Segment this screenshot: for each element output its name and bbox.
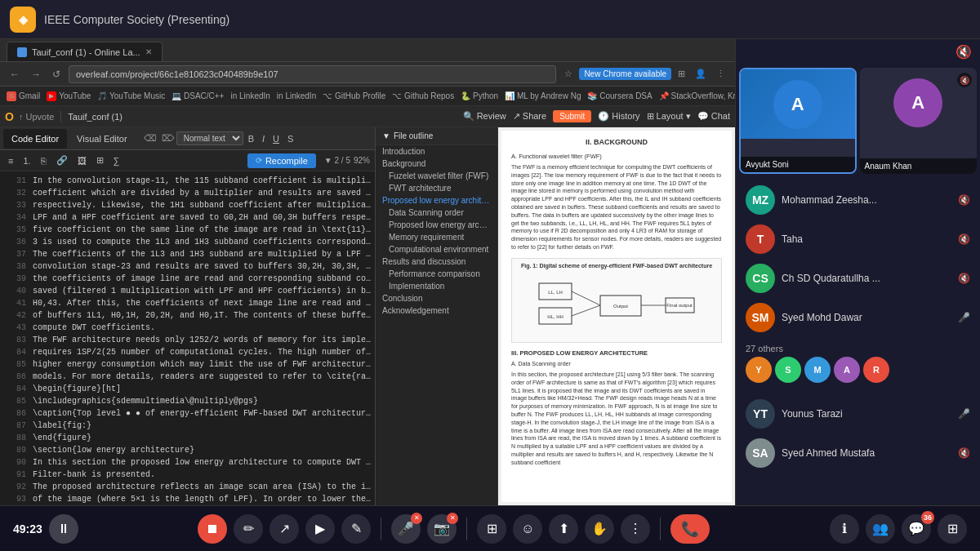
undo-btn[interactable]: ⌫: [144, 133, 157, 144]
review-btn[interactable]: 🔍 Review: [463, 111, 506, 122]
reactions-button[interactable]: ⬆: [549, 514, 578, 544]
outline-item[interactable]: Memory requirement: [376, 231, 497, 243]
layout-btn[interactable]: ⊞ Layout ▾: [647, 111, 691, 122]
share-screen-button[interactable]: ⊞: [477, 514, 506, 544]
info-button[interactable]: ℹ: [830, 514, 859, 544]
qudar-mic: 🔇: [958, 273, 970, 284]
outline-item[interactable]: Proposed low energy architecture: [376, 219, 497, 231]
mute-button[interactable]: 🎤 ✕: [391, 514, 421, 544]
back-button[interactable]: ←: [7, 67, 23, 82]
others-grid: Y S M A R: [746, 357, 970, 383]
outline-item[interactable]: Computational environment: [376, 243, 497, 256]
ref-btn[interactable]: ⎘: [38, 154, 50, 167]
document-panel: II. BACKGROUND A. Functional wavelet fil…: [498, 127, 735, 505]
stop-button[interactable]: ⏹: [198, 514, 227, 544]
bookmark-linkedin1[interactable]: in LinkedIn: [230, 91, 270, 100]
bookmark-dsac[interactable]: 💻 DSAC/C++: [172, 91, 224, 100]
math-btn[interactable]: ∑: [110, 154, 123, 167]
outline-item[interactable]: Introduction: [376, 145, 497, 158]
bookmark-github-profile[interactable]: ⌥ GitHub Profile: [323, 91, 385, 100]
submit-btn[interactable]: Submit: [553, 110, 591, 122]
recompile-btn[interactable]: ⟳ Recompile: [247, 153, 316, 168]
new-chrome-available[interactable]: New Chrome available: [579, 68, 671, 80]
code-line: 31In the convolution stage-11, the 115 s…: [0, 175, 375, 187]
more-button[interactable]: ⋮: [621, 514, 650, 544]
bookmark-python[interactable]: 🐍 Python: [461, 91, 498, 100]
outline-item[interactable]: Results and discussion: [376, 256, 497, 268]
list-item-younus: YT Younus Tarazi 🎤: [739, 394, 977, 433]
bold-btn[interactable]: B: [245, 132, 257, 145]
anaum-mic-icon: 🔇: [957, 73, 972, 87]
active-tab[interactable]: Tauif_conf (1) - Online La... ✕: [7, 42, 163, 61]
separator-3: [660, 518, 661, 540]
pointer-button[interactable]: ↗: [270, 514, 299, 544]
list-item-qudar: CS Ch SD Qudaratullha ... 🔇: [739, 259, 977, 298]
anaum-name: Anaum Khan: [860, 158, 978, 174]
visual-editor-tab[interactable]: Visual Editor: [69, 129, 136, 149]
outline-item[interactable]: FWT architecture: [376, 182, 497, 194]
select-button[interactable]: ▶: [305, 514, 335, 544]
extensions-button[interactable]: ⊞: [675, 67, 688, 81]
draw-button[interactable]: ✎: [341, 514, 371, 544]
outline-item[interactable]: Performance comparison: [376, 268, 497, 280]
star-button[interactable]: ☆: [561, 67, 576, 81]
bookmark-coursera[interactable]: 📚 Coursera DSA: [587, 91, 652, 100]
emoji-button[interactable]: ☺: [513, 514, 542, 544]
outline-item[interactable]: Fuzelet wavelet filter (FWF): [376, 170, 497, 182]
end-call-button[interactable]: 📞: [670, 514, 710, 544]
separator-2: [466, 518, 467, 540]
bookmark-linkedin2[interactable]: in LinkedIn: [277, 91, 316, 100]
image-btn[interactable]: 🖼: [74, 154, 90, 167]
list-btn[interactable]: ≡: [5, 154, 16, 167]
upvote-btn[interactable]: ↑ Upvote: [19, 112, 54, 122]
mute-all-icon[interactable]: 🔇: [956, 44, 972, 60]
link-btn[interactable]: 🔗: [53, 153, 71, 167]
svg-line-7: [572, 305, 600, 316]
outline-item[interactable]: Implementation: [376, 280, 497, 292]
bookmark-gmail[interactable]: G Gmail: [7, 91, 40, 101]
outline-item[interactable]: Background: [376, 158, 497, 170]
stop-video-button[interactable]: 📷 ✕: [427, 514, 457, 544]
bookmark-github-repos[interactable]: ⌥ Github Repos: [392, 91, 454, 100]
strikethrough-btn[interactable]: S: [284, 132, 296, 145]
syed-mohd-mic: 🎤: [958, 312, 970, 323]
syed-mohd-avatar: SM: [746, 303, 775, 332]
code-editor-tab[interactable]: Code Editor: [3, 129, 67, 149]
outline-item[interactable]: Proposed low energy architecture: [376, 194, 497, 207]
history-btn[interactable]: 🕐 History: [598, 111, 639, 122]
syed-mohd-name: Syed Mohd Dawar: [782, 312, 951, 323]
raise-hand-button[interactable]: ✋: [585, 514, 614, 544]
share-btn[interactable]: ↗ Share: [513, 111, 546, 122]
tab-label: Tauif_conf (1) - Online La...: [32, 47, 140, 57]
outline-item[interactable]: Conclusion: [376, 292, 497, 304]
numbered-list-btn[interactable]: 1.: [20, 154, 33, 167]
annotate-button[interactable]: ✏: [234, 514, 263, 544]
pause-button[interactable]: ⏸: [49, 514, 78, 544]
menu-button[interactable]: ⋮: [713, 67, 728, 81]
meeting-title: IEEE Computer Society (Presenting): [44, 13, 970, 26]
chat-btn[interactable]: 💬 Chat: [697, 111, 730, 122]
address-input[interactable]: [69, 65, 556, 83]
participants-button[interactable]: 👥: [866, 514, 895, 544]
reload-button[interactable]: ↺: [49, 67, 64, 82]
redo-btn[interactable]: ⌦: [162, 133, 175, 144]
bookmark-youtube[interactable]: ▶ YouTube: [47, 91, 91, 101]
svg-text:HL, HH: HL, HH: [547, 314, 564, 319]
chat-badge-container: 💬 36: [902, 514, 931, 544]
doc-actions: 🔍 Review ↗ Share Submit 🕐 History ⊞ Layo…: [463, 110, 730, 122]
underline-btn[interactable]: U: [270, 132, 283, 145]
outline-header-label: File outline: [394, 131, 433, 140]
outline-item[interactable]: Data Scanning order: [376, 207, 497, 219]
bookmark-so[interactable]: 📌 StackOverflow, Krist...: [659, 91, 735, 100]
bookmark-youtube-music[interactable]: 🎵 YouTube Music: [97, 91, 165, 100]
forward-button[interactable]: →: [28, 67, 44, 82]
apps-button[interactable]: ⊞: [938, 514, 967, 544]
profile-button[interactable]: 👤: [692, 67, 710, 81]
tab-close[interactable]: ✕: [145, 47, 152, 56]
outline-item[interactable]: Acknowledgement: [376, 304, 497, 317]
italic-btn[interactable]: I: [259, 132, 268, 145]
bookmark-ml[interactable]: 📊 ML by Andrew Ng: [505, 91, 581, 100]
others-count-label: 27: [746, 344, 755, 353]
table-btn[interactable]: ⊞: [93, 153, 107, 167]
font-selector[interactable]: Normal text: [176, 131, 243, 145]
